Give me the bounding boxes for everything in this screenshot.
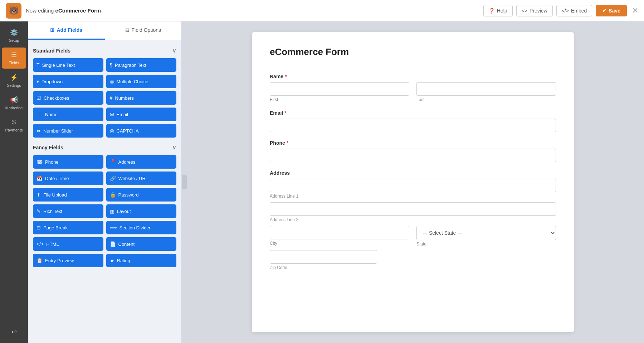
name-row: First Last — [270, 82, 556, 102]
address-zip-sublabel: Zip Code — [270, 265, 377, 270]
address-city-sublabel: City — [270, 241, 409, 246]
sidebar-item-marketing[interactable]: 📢 Marketing — [2, 93, 26, 114]
side-panel-wrapper: ⊞ Add Fields ⊟ Field Options Standard Fi… — [28, 21, 182, 343]
field-btn-numbers[interactable]: # Numbers — [106, 91, 177, 105]
address-state-row: City --- Select State --- State — [270, 226, 556, 247]
preview-button[interactable]: <> Preview — [516, 5, 553, 16]
field-btn-multiple-choice[interactable]: ◎ Multiple Choice — [106, 75, 177, 88]
field-btn-name[interactable]: 👤 Name — [33, 108, 103, 121]
address-state-select[interactable]: --- Select State --- — [416, 226, 556, 240]
phone-icon: ☎ — [36, 159, 43, 165]
sidebar-item-undo[interactable]: ↩ — [2, 324, 26, 339]
embed-icon: </> — [562, 8, 569, 14]
tab-add-fields[interactable]: ⊞ Add Fields — [28, 21, 105, 40]
panel-content: Standard Fields ∨ T Single Line Text ¶ P… — [28, 40, 181, 343]
address-line1-sublabel: Address Line 1 — [270, 194, 556, 199]
multiple-choice-icon: ◎ — [110, 79, 114, 84]
field-options-icon: ⊟ — [125, 27, 130, 33]
field-btn-email[interactable]: ✉ Email — [106, 108, 177, 121]
field-btn-html[interactable]: </> HTML — [33, 237, 103, 251]
field-btn-number-slider[interactable]: ⇔ Number Slider — [33, 124, 103, 138]
sidebar-item-setup[interactable]: ⚙️ Setup — [2, 25, 26, 46]
form-field-name: Name * First Last — [270, 74, 556, 102]
address-state-sublabel: State — [416, 242, 556, 247]
field-btn-rating[interactable]: ★ Rating — [106, 254, 177, 267]
field-btn-layout[interactable]: ▦ Layout — [106, 204, 177, 218]
field-btn-rich-text[interactable]: ✎ Rich Text — [33, 204, 103, 218]
help-button[interactable]: ❓ Help — [483, 5, 513, 16]
chevron-standard-icon[interactable]: ∨ — [172, 47, 176, 54]
field-btn-checkboxes[interactable]: ☑ Checkboxes — [33, 91, 103, 105]
address-zip-input[interactable] — [270, 250, 377, 264]
collapse-panel-button[interactable]: ‹ — [182, 175, 187, 189]
password-icon: 🔒 — [110, 192, 116, 198]
close-button[interactable]: ✕ — [632, 6, 638, 15]
field-btn-date-time[interactable]: 📅 Date / Time — [33, 172, 103, 185]
form-card: eCommerce Form Name * First Last — [252, 32, 574, 332]
side-panel: ⊞ Add Fields ⊟ Field Options Standard Fi… — [28, 21, 182, 343]
entry-preview-icon: 📋 — [36, 258, 43, 263]
field-btn-dropdown[interactable]: ▾ Dropdown — [33, 75, 103, 88]
form-field-address: Address Address Line 1 Address Line 2 Ci… — [270, 170, 556, 270]
tab-field-options[interactable]: ⊟ Field Options — [105, 21, 182, 40]
website-url-icon: 🔗 — [110, 175, 116, 181]
field-btn-single-line-text[interactable]: T Single Line Text — [33, 58, 103, 72]
section-header-fancy: Fancy Fields ∨ — [33, 144, 176, 151]
form-field-email: Email * — [270, 110, 556, 132]
field-btn-section-divider[interactable]: ⟺ Section Divider — [106, 221, 177, 234]
phone-required-marker: * — [287, 140, 288, 146]
chevron-fancy-icon[interactable]: ∨ — [172, 144, 176, 151]
embed-button[interactable]: </> Embed — [556, 5, 592, 16]
field-btn-address[interactable]: 📍 Address — [106, 155, 177, 169]
address-icon: 📍 — [110, 159, 116, 165]
number-slider-icon: ⇔ — [36, 128, 41, 134]
content-icon: 📄 — [110, 241, 116, 247]
name-last-sublabel: Last — [416, 97, 556, 102]
address-city-col: City — [270, 226, 409, 247]
checkboxes-icon: ☑ — [36, 95, 41, 101]
address-line2-input[interactable] — [270, 202, 556, 216]
sidebar-item-settings[interactable]: ⚡ Settings — [2, 70, 26, 91]
settings-icon: ⚡ — [10, 74, 18, 81]
field-btn-file-upload[interactable]: ⬆ File Upload — [33, 188, 103, 202]
section-divider-icon: ⟺ — [110, 225, 117, 230]
name-required-marker: * — [285, 74, 287, 79]
name-first-sublabel: First — [270, 97, 409, 102]
field-btn-paragraph-text[interactable]: ¶ Paragraph Text — [106, 58, 177, 72]
rich-text-icon: ✎ — [36, 208, 41, 214]
address-line1-input[interactable] — [270, 179, 556, 192]
preview-icon: <> — [522, 8, 527, 14]
name-first-input[interactable] — [270, 82, 409, 96]
left-nav: ⚙️ Setup ☰ Fields ⚡ Settings 📢 Marketing… — [0, 21, 28, 343]
form-divider — [270, 65, 556, 65]
page-break-icon: ⊟ — [36, 225, 41, 230]
address-line2-sublabel: Address Line 2 — [270, 217, 556, 222]
setup-icon: ⚙️ — [10, 29, 18, 36]
field-btn-page-break[interactable]: ⊟ Page Break — [33, 221, 103, 234]
form-name-label: eCommerce Form — [55, 8, 101, 14]
numbers-icon: # — [110, 95, 113, 101]
email-required-marker: * — [284, 110, 286, 116]
field-btn-entry-preview[interactable]: 📋 Entry Preview — [33, 254, 103, 267]
address-city-input[interactable] — [270, 226, 409, 239]
save-button[interactable]: ✔ Save — [596, 5, 627, 16]
file-upload-icon: ⬆ — [36, 192, 41, 198]
field-btn-captcha[interactable]: ◎ CAPTCHA — [106, 124, 177, 138]
email-input[interactable] — [270, 119, 556, 132]
name-icon: 👤 — [36, 111, 43, 117]
name-last-input[interactable] — [416, 82, 556, 96]
sidebar-item-fields[interactable]: ☰ Fields — [2, 48, 26, 69]
address-field-label: Address — [270, 170, 556, 176]
field-btn-phone[interactable]: ☎ Phone — [33, 155, 103, 169]
rating-icon: ★ — [110, 258, 114, 263]
save-icon: ✔ — [602, 8, 606, 14]
phone-input[interactable] — [270, 149, 556, 162]
layout-icon: ▦ — [110, 208, 114, 214]
panel-tabs: ⊞ Add Fields ⊟ Field Options — [28, 21, 181, 40]
field-btn-password[interactable]: 🔒 Password — [106, 188, 177, 202]
name-first-col: First — [270, 82, 409, 102]
sidebar-item-payments[interactable]: $ Payments — [2, 115, 26, 136]
field-btn-website-url[interactable]: 🔗 Website / URL — [106, 172, 177, 185]
add-fields-icon: ⊞ — [50, 27, 54, 33]
field-btn-content[interactable]: 📄 Content — [106, 237, 177, 251]
